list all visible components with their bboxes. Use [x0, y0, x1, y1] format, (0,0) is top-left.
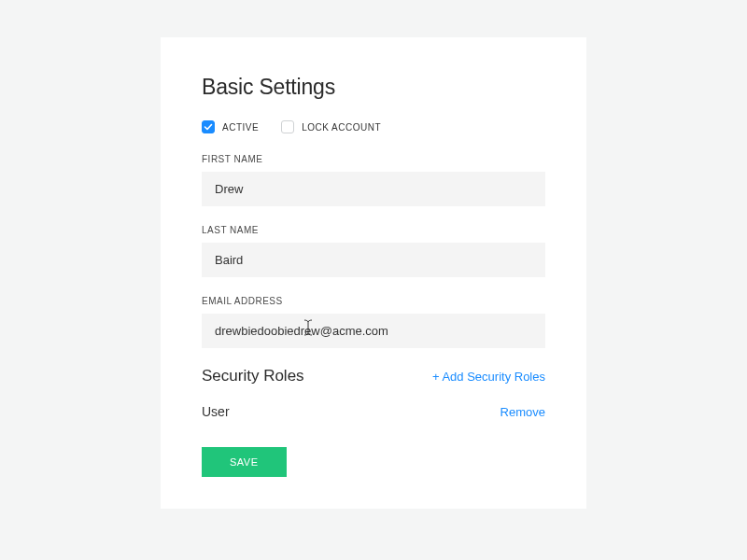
first-name-input[interactable]	[202, 172, 545, 206]
active-checkbox[interactable]	[202, 120, 215, 133]
last-name-label: LAST NAME	[202, 225, 545, 235]
add-security-roles-link[interactable]: + Add Security Roles	[432, 370, 545, 384]
status-checkbox-row: ACTIVE LOCK ACCOUNT	[202, 120, 545, 133]
role-name: User	[202, 404, 230, 419]
save-button[interactable]: SAVE	[202, 447, 287, 477]
security-roles-title: Security Roles	[202, 367, 304, 385]
remove-role-link[interactable]: Remove	[500, 405, 545, 419]
last-name-field: LAST NAME	[202, 225, 545, 277]
first-name-field: FIRST NAME	[202, 154, 545, 206]
role-row: User Remove	[202, 404, 545, 419]
last-name-input[interactable]	[202, 243, 545, 277]
email-input[interactable]	[202, 314, 545, 348]
lock-check-item: LOCK ACCOUNT	[281, 120, 381, 133]
lock-account-checkbox[interactable]	[281, 120, 294, 133]
page-title: Basic Settings	[202, 75, 545, 100]
security-roles-header-row: Security Roles + Add Security Roles	[202, 367, 545, 385]
settings-card: Basic Settings ACTIVE LOCK ACCOUNT FIRST…	[161, 37, 586, 509]
check-icon	[204, 122, 213, 132]
lock-account-label: LOCK ACCOUNT	[302, 122, 381, 133]
email-label: EMAIL ADDRESS	[202, 296, 545, 306]
first-name-label: FIRST NAME	[202, 154, 545, 164]
email-field: EMAIL ADDRESS	[202, 296, 545, 348]
active-label: ACTIVE	[222, 122, 259, 133]
active-check-item: ACTIVE	[202, 120, 259, 133]
